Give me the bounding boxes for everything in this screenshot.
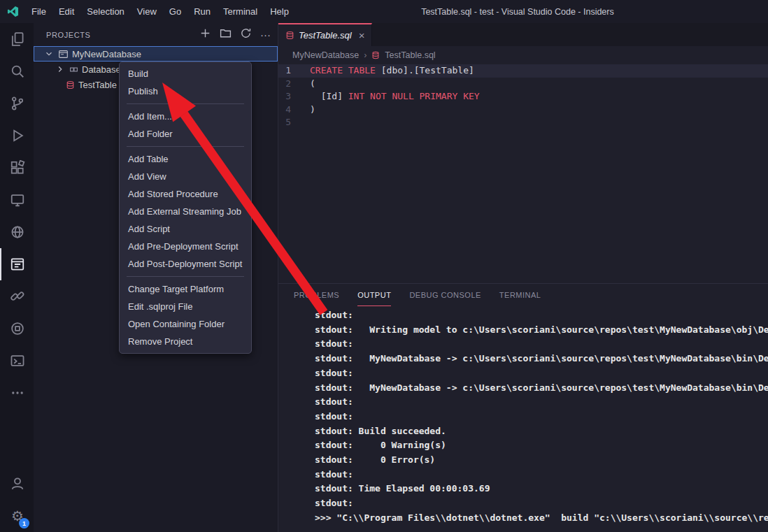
menubar: File Edit Selection View Go Run Terminal… xyxy=(25,0,295,23)
explorer-icon[interactable] xyxy=(0,23,34,55)
output-line: stdout: xyxy=(315,410,768,424)
tab-output[interactable]: OUTPUT xyxy=(357,284,391,306)
menu-go[interactable]: Go xyxy=(163,0,187,23)
close-tab-icon[interactable]: × xyxy=(359,29,365,41)
more-actions-icon[interactable]: ··· xyxy=(260,29,271,40)
menu-file[interactable]: File xyxy=(25,0,52,23)
menu-separator xyxy=(127,103,244,104)
context-menu-item-add-post-deployment-script[interactable]: Add Post-Deployment Script xyxy=(120,255,251,273)
package-icon[interactable] xyxy=(0,312,34,345)
project-context-menu: Build Publish Add Item... Add Folder Add… xyxy=(119,62,252,354)
output-view[interactable]: stdout: stdout: Writing model to c:\User… xyxy=(278,306,768,532)
context-menu-item-publish[interactable]: Publish xyxy=(120,82,251,100)
database-references-icon xyxy=(69,65,78,74)
output-line: stdout: 0 Warning(s) xyxy=(315,438,768,453)
open-folder-icon[interactable] xyxy=(220,27,232,42)
output-line: >>> "C:\\Program Files\\dotnet\\dotnet.e… xyxy=(315,511,768,526)
output-line: stdout: xyxy=(315,366,768,381)
code-line: 5 xyxy=(278,116,768,129)
menu-view[interactable]: View xyxy=(131,0,163,23)
panel-tab-bar: PROBLEMS OUTPUT DEBUG CONSOLE TERMINAL xyxy=(278,284,768,306)
vscode-insiders-logo-icon xyxy=(0,6,25,17)
line-number: 2 xyxy=(278,78,310,91)
context-menu-item-add-script[interactable]: Add Script xyxy=(120,220,251,238)
search-icon[interactable] xyxy=(0,55,34,87)
table-file-icon xyxy=(66,80,75,89)
connections-icon[interactable] xyxy=(0,280,34,312)
more-views-icon[interactable] xyxy=(0,377,34,409)
output-line: stdout: Time Elapsed 00:00:03.69 xyxy=(315,482,768,496)
context-menu-item-add-pre-deployment-script[interactable]: Add Pre-Deployment Script xyxy=(120,238,251,255)
breadcrumb-file[interactable]: TestTable.sql xyxy=(385,50,435,60)
context-menu-item-add-table[interactable]: Add Table xyxy=(120,150,251,168)
sidebar-header: PROJECTS ··· xyxy=(34,23,278,46)
breadcrumb-project[interactable]: MyNewDatabase xyxy=(292,50,359,60)
database-projects-icon[interactable] xyxy=(0,248,34,280)
sidebar-title: PROJECTS xyxy=(46,31,199,39)
menu-run[interactable]: Run xyxy=(187,0,217,23)
context-menu-item-remove-project[interactable]: Remove Project xyxy=(120,333,251,350)
line-number: 4 xyxy=(278,103,310,117)
refresh-icon[interactable] xyxy=(240,27,252,42)
line-number: 5 xyxy=(278,116,310,129)
context-menu-item-add-item[interactable]: Add Item... xyxy=(120,108,251,125)
tab-problems[interactable]: PROBLEMS xyxy=(294,284,339,306)
bottom-panel: PROBLEMS OUTPUT DEBUG CONSOLE TERMINAL s… xyxy=(278,283,768,532)
tab-terminal[interactable]: TERMINAL xyxy=(499,284,541,306)
chevron-right-icon[interactable] xyxy=(55,64,66,74)
menu-separator xyxy=(127,146,244,147)
context-menu-item-change-target-platform[interactable]: Change Target Platform xyxy=(120,280,251,298)
activity-bar: ⚙ 1 xyxy=(0,23,34,532)
menu-terminal[interactable]: Terminal xyxy=(217,0,264,23)
code-line: 4) xyxy=(278,103,768,117)
tab-bar: TestTable.sql × xyxy=(278,23,768,46)
code-line: 1CREATE TABLE [dbo].[TestTable] xyxy=(278,64,768,78)
azure-globe-icon[interactable] xyxy=(0,216,34,248)
tab-debug-console[interactable]: DEBUG CONSOLE xyxy=(409,284,481,306)
console-icon[interactable] xyxy=(0,345,34,377)
extensions-icon[interactable] xyxy=(0,152,34,184)
remote-explorer-icon[interactable] xyxy=(0,184,34,216)
context-menu-item-build[interactable]: Build xyxy=(120,65,251,82)
source-control-icon[interactable] xyxy=(0,87,34,120)
editor-group: TestTable.sql × MyNewDatabase › TestTabl… xyxy=(278,23,768,532)
account-icon[interactable] xyxy=(0,468,34,500)
tab-label: TestTable.sql xyxy=(299,30,352,41)
settings-gear-icon[interactable]: ⚙ 1 xyxy=(0,500,34,532)
code-line: 3 [Id] INT NOT NULL PRIMARY KEY xyxy=(278,90,768,103)
output-line: stdout: xyxy=(315,468,768,482)
chevron-down-icon[interactable] xyxy=(43,49,55,59)
menu-help[interactable]: Help xyxy=(264,0,295,23)
tree-item-project-root[interactable]: MyNewDatabase xyxy=(34,46,278,62)
code-editor[interactable]: 1CREATE TABLE [dbo].[TestTable] 2( 3 [Id… xyxy=(278,64,768,283)
context-menu-item-add-external-streaming-job[interactable]: Add External Streaming Job xyxy=(120,203,251,220)
context-menu-item-add-stored-procedure[interactable]: Add Stored Procedure xyxy=(120,185,251,203)
context-menu-item-edit-sqlproj-file[interactable]: Edit .sqlproj File xyxy=(120,298,251,315)
window-title: TestTable.sql - test - Visual Studio Cod… xyxy=(295,7,740,17)
output-line: stdout: Writing model to c:\Users\scoria… xyxy=(315,323,768,338)
breadcrumb-separator: › xyxy=(364,50,367,60)
run-debug-icon[interactable] xyxy=(0,120,34,152)
output-line: stdout: xyxy=(315,496,768,511)
output-line: stdout: MyNewDatabase -> c:\Users\scoria… xyxy=(315,352,768,366)
breadcrumb: MyNewDatabase › TestTable.sql xyxy=(278,46,768,64)
output-line: stdout: xyxy=(315,308,768,323)
tab-testtable-sql[interactable]: TestTable.sql × xyxy=(278,23,372,46)
output-line: stdout: MyNewDatabase -> c:\Users\scoria… xyxy=(315,381,768,396)
line-number: 1 xyxy=(278,64,310,78)
output-line: stdout: xyxy=(315,337,768,352)
titlebar: File Edit Selection View Go Run Terminal… xyxy=(0,0,768,23)
context-menu-item-add-view[interactable]: Add View xyxy=(120,168,251,185)
context-menu-item-open-containing-folder[interactable]: Open Containing Folder xyxy=(120,315,251,333)
tree-item-label: Database xyxy=(82,64,121,75)
menu-selection[interactable]: Selection xyxy=(80,0,130,23)
code-line: 2( xyxy=(278,78,768,91)
vscode-window: File Edit Selection View Go Run Terminal… xyxy=(0,0,768,532)
tree-item-label: MyNewDatabase xyxy=(72,49,141,59)
sql-file-icon xyxy=(285,31,294,40)
add-project-icon[interactable] xyxy=(199,27,211,42)
project-icon xyxy=(58,49,69,59)
context-menu-item-add-folder[interactable]: Add Folder xyxy=(120,125,251,143)
menu-edit[interactable]: Edit xyxy=(52,0,80,23)
menu-separator xyxy=(127,276,244,277)
